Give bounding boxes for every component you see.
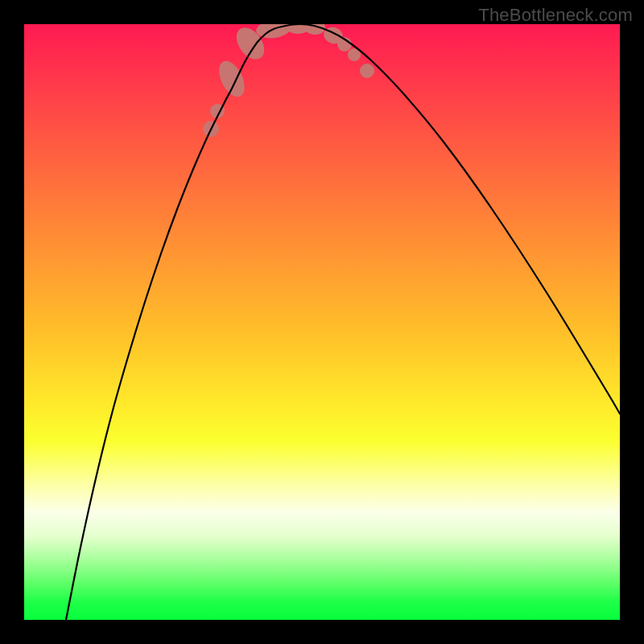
chart-frame: TheBottleneck.com <box>0 0 644 644</box>
plot-area <box>24 24 620 620</box>
marker-dot <box>360 64 374 78</box>
watermark-label: TheBottleneck.com <box>478 5 633 26</box>
bottleneck-curve <box>66 24 620 620</box>
curve-svg <box>24 24 620 620</box>
